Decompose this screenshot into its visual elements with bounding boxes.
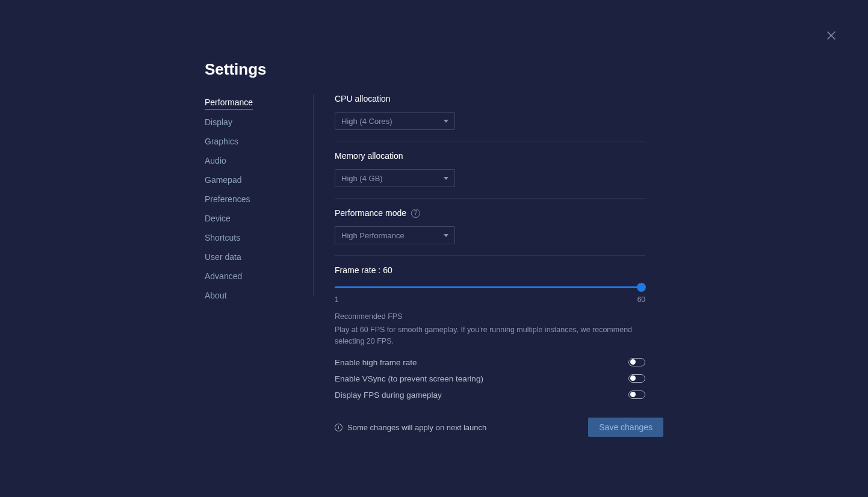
cpu-allocation-value: High (4 Cores) [341, 117, 392, 126]
frame-rate-value: 60 [383, 265, 392, 275]
cpu-allocation-label: CPU allocation [335, 94, 645, 103]
performance-mode-label-text: Performance mode [335, 208, 406, 218]
toggle-knob [630, 392, 636, 397]
footer-note-text: Some changes will apply on next launch [347, 423, 486, 432]
settings-content: CPU allocation High (4 Cores) Memory all… [335, 94, 645, 409]
info-icon: i [335, 424, 343, 431]
toggle-knob [630, 375, 636, 381]
enable-high-frame-rate-label: Enable high frame rate [335, 358, 417, 367]
slider-max-label: 60 [637, 295, 645, 304]
enable-vsync-toggle[interactable] [628, 374, 645, 383]
slider-track [335, 286, 645, 288]
performance-mode-value: High Performance [341, 231, 405, 240]
memory-allocation-select[interactable]: High (4 GB) [335, 169, 455, 187]
sidebar-item-shortcuts[interactable]: Shortcuts [205, 233, 240, 244]
sidebar-item-gamepad[interactable]: Gamepad [205, 175, 241, 187]
enable-vsync-row: Enable VSync (to prevent screen tearing) [335, 374, 645, 383]
footer-note: i Some changes will apply on next launch [335, 423, 486, 432]
display-fps-label: Display FPS during gameplay [335, 390, 442, 400]
cpu-allocation-section: CPU allocation High (4 Cores) [335, 94, 645, 141]
display-fps-toggle[interactable] [628, 390, 645, 399]
slider-thumb[interactable] [637, 283, 646, 292]
settings-footer: i Some changes will apply on next launch… [335, 418, 663, 437]
recommended-fps-body: Play at 60 FPS for smooth gameplay. If y… [335, 324, 645, 347]
sidebar-item-performance[interactable]: Performance [205, 97, 253, 110]
sidebar-item-graphics[interactable]: Graphics [205, 137, 238, 148]
settings-sidebar: Performance Display Graphics Audio Gamep… [205, 97, 301, 302]
slider-min-label: 1 [335, 295, 339, 304]
frame-rate-slider[interactable] [335, 282, 645, 293]
close-button[interactable] [825, 29, 838, 42]
frame-rate-section: Frame rate : 60 1 60 Recommended FPS Pla… [335, 265, 645, 400]
enable-high-frame-rate-toggle[interactable] [628, 358, 645, 366]
sidebar-item-about[interactable]: About [205, 291, 227, 302]
display-fps-row: Display FPS during gameplay [335, 390, 645, 400]
sidebar-item-display[interactable]: Display [205, 117, 232, 129]
vertical-separator [313, 94, 314, 296]
slider-range-labels: 1 60 [335, 295, 645, 304]
cpu-allocation-select[interactable]: High (4 Cores) [335, 112, 455, 130]
memory-allocation-label: Memory allocation [335, 151, 645, 161]
memory-allocation-value: High (4 GB) [341, 174, 383, 183]
page-title: Settings [205, 60, 267, 79]
sidebar-item-advanced[interactable]: Advanced [205, 271, 242, 283]
performance-mode-section: Performance mode ? High Performance [335, 208, 645, 256]
sidebar-item-audio[interactable]: Audio [205, 156, 226, 167]
memory-allocation-section: Memory allocation High (4 GB) [335, 151, 645, 199]
toggle-knob [630, 359, 636, 365]
sidebar-item-preferences[interactable]: Preferences [205, 194, 250, 206]
sidebar-item-user-data[interactable]: User data [205, 252, 241, 264]
enable-high-frame-rate-row: Enable high frame rate [335, 358, 645, 367]
recommended-fps-title: Recommended FPS [335, 312, 645, 321]
enable-vsync-label: Enable VSync (to prevent screen tearing) [335, 374, 483, 383]
close-icon [825, 34, 838, 44]
chevron-down-icon [444, 234, 448, 237]
performance-mode-select[interactable]: High Performance [335, 226, 455, 244]
chevron-down-icon [444, 177, 448, 180]
performance-mode-label: Performance mode ? [335, 208, 645, 218]
save-changes-button[interactable]: Save changes [588, 418, 663, 437]
frame-rate-label-prefix: Frame rate : [335, 265, 383, 275]
frame-rate-label: Frame rate : 60 [335, 265, 645, 275]
chevron-down-icon [444, 120, 448, 123]
sidebar-item-device[interactable]: Device [205, 214, 231, 225]
help-icon[interactable]: ? [411, 209, 420, 218]
